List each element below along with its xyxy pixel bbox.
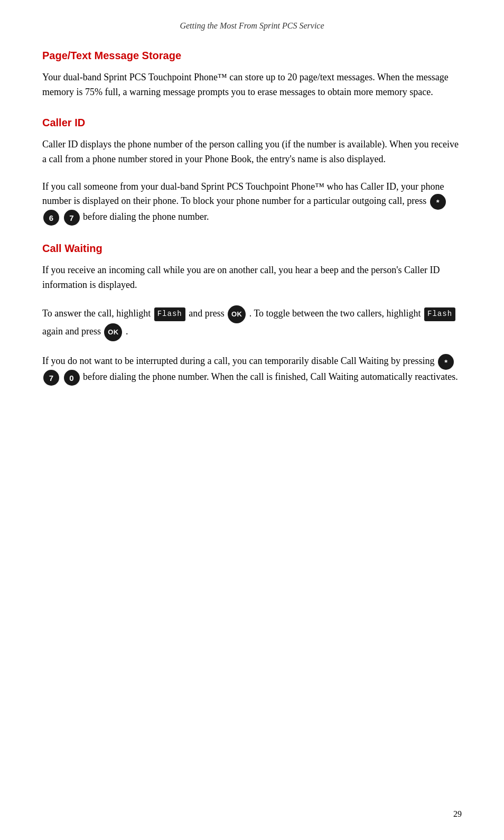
paragraph-call-waiting-1: If you receive an incoming call while yo… (42, 263, 462, 293)
key-star-1: * (430, 194, 446, 210)
flash-badge-2: Flash (424, 307, 455, 321)
ok-badge-2: OK (104, 323, 122, 341)
key-7: 7 (64, 210, 80, 226)
paragraph-page-text-message-storage-1: Your dual-band Sprint PCS Touchpoint Pho… (42, 70, 462, 100)
paragraph-caller-id-2: If you call someone from your dual-band … (42, 180, 462, 226)
paragraph-caller-id-1: Caller ID displays the phone number of t… (42, 137, 462, 167)
section-call-waiting: Call Waiting If you receive an incoming … (42, 242, 462, 386)
page-header: Getting the Most From Sprint PCS Service (42, 21, 462, 31)
cw-p2-text-1: To answer the call, highlight (42, 308, 153, 319)
section-page-text-message-storage: Page/Text Message Storage Your dual-band… (42, 50, 462, 100)
heading-page-text-message-storage: Page/Text Message Storage (42, 50, 462, 62)
paragraph-call-waiting-2: To answer the call, highlight Flash and … (42, 305, 462, 341)
section-caller-id: Caller ID Caller ID displays the phone n… (42, 117, 462, 226)
heading-caller-id: Caller ID (42, 117, 462, 129)
cw-p3-text-2: before dialing the phone number. When th… (83, 371, 458, 382)
page-number: 29 (453, 809, 462, 819)
paragraph-call-waiting-3: If you do not want to be interrupted dur… (42, 354, 462, 386)
cw-p2-text-2: and press (189, 308, 227, 319)
caller-id-p2-suffix: before dialing the phone number. (83, 212, 209, 222)
ok-badge-1: OK (228, 305, 246, 323)
key-6: 6 (43, 210, 59, 226)
heading-call-waiting: Call Waiting (42, 242, 462, 255)
cw-p2-text-5: . (126, 326, 128, 337)
page-container: Getting the Most From Sprint PCS Service… (0, 0, 504, 840)
flash-badge-1: Flash (154, 307, 185, 321)
cw-p3-text-1: If you do not want to be interrupted dur… (42, 356, 437, 366)
cw-p2-text-3: . To toggle between the two callers, hig… (249, 308, 423, 319)
key-7-2: 7 (43, 370, 59, 386)
key-star-2: * (438, 354, 454, 370)
key-0: 0 (64, 370, 80, 386)
caller-id-p2-text: If you call someone from your dual-band … (42, 181, 444, 207)
cw-p2-text-4: again and press (42, 326, 103, 337)
